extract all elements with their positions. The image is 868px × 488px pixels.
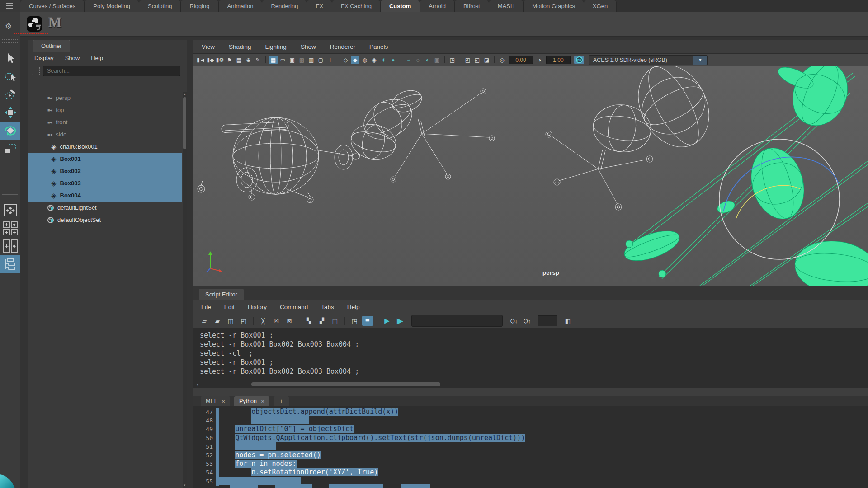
safe-title-icon[interactable]: T <box>326 56 335 64</box>
select-tool-icon[interactable] <box>0 49 20 67</box>
search-down-icon[interactable]: Q↓ <box>509 316 519 326</box>
outliner-item-side[interactable]: ■◄side <box>28 128 182 141</box>
viewport-menu-view[interactable]: View <box>202 43 215 50</box>
wireframe-icon[interactable]: ◇ <box>341 56 350 64</box>
gear-icon[interactable]: ⚙ <box>5 22 12 31</box>
script-menu-file[interactable]: File <box>201 304 211 310</box>
save-script-icon[interactable]: ◫ <box>225 316 236 326</box>
script-search-input[interactable] <box>411 315 503 327</box>
gamma-field[interactable]: 1.00 <box>546 56 571 64</box>
code-line[interactable]: 53 for n in nodes: <box>193 460 868 468</box>
load-script-icon[interactable]: ▰ <box>212 316 223 326</box>
outliner-item-box002[interactable]: ◈Box002 <box>28 165 182 177</box>
execute-icon[interactable]: ▶ <box>382 316 392 326</box>
quick-help-box[interactable] <box>538 315 557 326</box>
code-line[interactable]: 49 unrealDict["0"] = objectsDict <box>193 425 868 433</box>
echo-commands-icon[interactable]: ◳ <box>349 316 360 326</box>
shelf-tab-bifrost[interactable]: Bifrost <box>455 0 489 12</box>
code-line[interactable]: 50 QtWidgets.QApplication.clipboard().se… <box>193 434 868 442</box>
code-line[interactable]: 47 objectsDict.append(attrDictBuild(x)) <box>193 408 868 416</box>
smooth-shade-icon[interactable]: ◆ <box>351 56 359 64</box>
outliner-tab[interactable]: Outliner <box>33 40 70 52</box>
pan-zoom-icon[interactable]: ⊕ <box>244 56 253 64</box>
shelf-tab-xgen[interactable]: XGen <box>584 0 617 12</box>
input-only-icon[interactable]: ▞ <box>316 316 327 326</box>
color-space-dropdown[interactable]: ACES 1.0 SDR-video (sRGB)▼ <box>589 55 708 65</box>
outliner-item-front[interactable]: ■◄front <box>28 116 182 128</box>
maya-shelf-icon[interactable]: M <box>48 14 61 31</box>
depth-peel-icon[interactable]: ▣ <box>433 56 441 64</box>
script-menu-edit[interactable]: Edit <box>224 304 235 310</box>
clear-all-icon[interactable]: ⊠ <box>284 316 295 326</box>
camera-icon[interactable]: ▮◄ <box>197 56 205 64</box>
viewport-canvas[interactable]: persp <box>193 66 868 286</box>
clear-history-icon[interactable]: ╳ <box>258 316 269 326</box>
outliner-item-defaultlightset[interactable]: defaultLightSet <box>28 202 182 214</box>
outliner-item-defaultobjectset[interactable]: defaultObjectSet <box>28 214 182 226</box>
viewport-menu-panels[interactable]: Panels <box>369 43 388 50</box>
open-script-icon[interactable]: ▱ <box>199 316 210 326</box>
xray-icon[interactable]: ◰ <box>463 56 472 64</box>
close-icon[interactable]: ✕ <box>261 399 264 404</box>
film-gate-icon[interactable]: ▭ <box>278 56 287 64</box>
search-up-icon[interactable]: Q↑ <box>522 316 533 326</box>
outliner-item-box004[interactable]: ◈Box004 <box>28 189 182 202</box>
code-line[interactable]: 54 n.setRotationOrder('XYZ', True) <box>193 468 868 477</box>
shelf-tab-sculpting[interactable]: Sculpting <box>139 0 181 12</box>
shadows-icon[interactable]: ● <box>389 56 397 64</box>
shelf-tab-mash[interactable]: MASH <box>489 0 524 12</box>
shelf-tab-rigging[interactable]: Rigging <box>181 0 218 12</box>
rotate-tool-icon[interactable] <box>0 122 20 140</box>
hscroll-thumb[interactable] <box>251 382 440 386</box>
layout-outliner-persp-button[interactable] <box>0 255 20 273</box>
outliner-menu-display[interactable]: Display <box>34 55 54 61</box>
screen-space-ao-icon[interactable]: ◒ <box>404 56 413 64</box>
layout-four-pane-button[interactable] <box>0 219 20 237</box>
history-output[interactable]: select -r Box001 ; select -r Box001 Box0… <box>193 328 868 381</box>
paint-select-tool-icon[interactable] <box>0 85 20 103</box>
toolbox-grip[interactable] <box>2 39 18 43</box>
motion-blur-icon[interactable]: ◌ <box>414 56 422 64</box>
lights-icon[interactable]: ☀ <box>379 56 388 64</box>
line-numbers-icon[interactable]: ≣ <box>362 316 373 326</box>
completion-icon[interactable]: ◧ <box>562 316 573 326</box>
script-menu-command[interactable]: Command <box>280 304 308 310</box>
camera-lock-icon[interactable]: ▮◆ <box>206 56 215 64</box>
save-to-shelf-icon[interactable]: ◰ <box>238 316 249 326</box>
safe-action-icon[interactable]: ▢ <box>316 56 325 64</box>
layout-two-pane-button[interactable] <box>0 237 20 255</box>
outliner-item-chair6-box001[interactable]: ◈chair6:Box001 <box>28 141 182 153</box>
python-shelf-button[interactable] <box>26 15 43 33</box>
filter-icon[interactable] <box>32 67 40 75</box>
anti-alias-icon[interactable]: ◐ <box>423 56 432 64</box>
script-editor-tab[interactable]: Script Editor <box>199 289 244 300</box>
new-tab-button[interactable]: + <box>274 396 288 406</box>
code-input-area[interactable]: 47 objectsDict.append(attrDictBuild(x))4… <box>193 406 868 488</box>
scroll-thumb[interactable] <box>183 97 186 149</box>
script-menu-history[interactable]: History <box>248 304 267 310</box>
outliner-scrollbar[interactable]: ▲ ▼ <box>183 92 187 488</box>
gate-mask-icon[interactable]: ▩ <box>297 56 306 64</box>
xray-active-icon[interactable]: ◪ <box>482 56 491 64</box>
viewport-menu-shading[interactable]: Shading <box>229 43 251 50</box>
scroll-up-icon[interactable]: ▲ <box>183 93 187 95</box>
scale-tool-icon[interactable] <box>0 140 20 158</box>
shelf-tab-custom[interactable]: Custom <box>381 0 420 12</box>
split-view-icon[interactable]: ▤ <box>330 316 340 326</box>
input-tab-python[interactable]: Python✕ <box>234 396 269 406</box>
grid-icon[interactable]: ▦ <box>269 56 278 64</box>
grease-pencil-icon[interactable]: ✎ <box>254 56 262 64</box>
outliner-item-top[interactable]: ■◄top <box>28 104 182 116</box>
resolution-gate-icon[interactable]: ▣ <box>288 56 297 64</box>
viewport-menu-lighting[interactable]: Lighting <box>265 43 287 50</box>
script-menu-tabs[interactable]: Tabs <box>321 304 334 310</box>
shelf-tab-rendering[interactable]: Rendering <box>262 0 307 12</box>
viewport-menu-show[interactable]: Show <box>301 43 316 50</box>
move-tool-icon[interactable] <box>0 103 20 122</box>
close-icon[interactable]: ✕ <box>222 399 225 404</box>
script-menu-help[interactable]: Help <box>347 304 360 310</box>
isolate-select-icon[interactable]: ◳ <box>448 56 457 64</box>
image-plane-icon[interactable]: ▤ <box>235 56 243 64</box>
exposure-icon[interactable]: ◎ <box>498 56 506 64</box>
outliner-item-persp[interactable]: ■◄persp <box>28 92 182 104</box>
